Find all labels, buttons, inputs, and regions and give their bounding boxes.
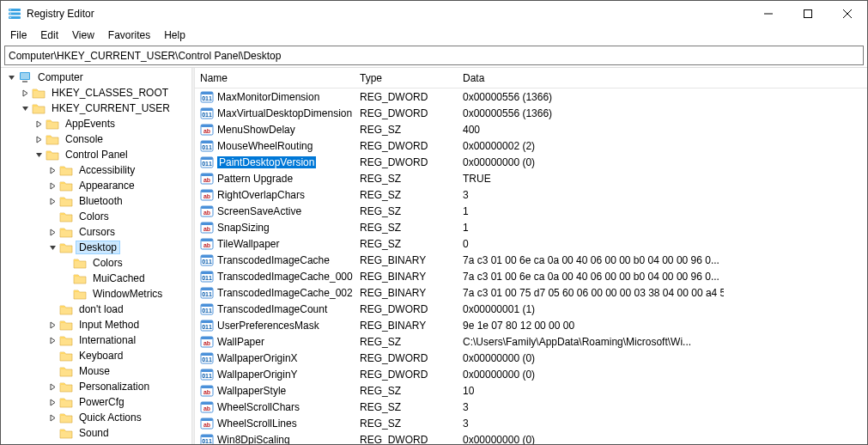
column-header-name[interactable]: Name: [195, 68, 355, 88]
tree-item[interactable]: Desktop: [1, 240, 191, 255]
svg-rect-77: [201, 435, 213, 437]
expand-icon[interactable]: [46, 414, 59, 422]
address-bar[interactable]: Computer\HKEY_CURRENT_USER\Control Panel…: [4, 46, 864, 65]
tree-item[interactable]: Colors: [1, 209, 191, 224]
expand-icon[interactable]: [46, 229, 59, 236]
value-type: REG_DWORD: [355, 434, 458, 445]
folder-icon: [59, 426, 73, 440]
maximize-button[interactable]: [788, 1, 828, 27]
value-type: REG_BINARY: [355, 254, 458, 266]
tree-item[interactable]: Environment: [1, 441, 191, 444]
tree-item[interactable]: Appearance: [1, 178, 191, 193]
collapse-icon[interactable]: [18, 105, 32, 113]
expand-icon[interactable]: [32, 120, 46, 128]
value-name: MaxMonitorDimension: [217, 91, 319, 103]
list-row[interactable]: 011UserPreferencesMaskREG_BINARY9e 1e 07…: [195, 317, 867, 333]
svg-rect-71: [201, 402, 213, 405]
value-name: TranscodedImageCache: [217, 254, 330, 266]
close-button[interactable]: [828, 1, 867, 27]
list-row[interactable]: abTileWallpaperREG_SZ0: [195, 235, 867, 252]
list-row[interactable]: 011Win8DpiScalingREG_DWORD0x00000000 (0): [195, 431, 867, 444]
list-row[interactable]: abWallPaperREG_SZC:\Users\Family\AppData…: [195, 333, 867, 350]
expand-icon[interactable]: [46, 198, 59, 205]
expand-icon[interactable]: [46, 321, 59, 329]
list-row[interactable]: abWheelScrollCharsREG_SZ3: [195, 399, 867, 415]
svg-rect-41: [201, 239, 213, 241]
svg-rect-35: [201, 206, 213, 209]
menu-view[interactable]: View: [66, 27, 100, 43]
list-row[interactable]: abWallpaperStyleREG_SZ10: [195, 382, 867, 399]
list-row[interactable]: 011WallpaperOriginYREG_DWORD0x00000000 (…: [195, 366, 867, 382]
svg-rect-56: [201, 320, 213, 323]
list-row[interactable]: abRightOverlapCharsREG_SZ3: [195, 186, 867, 203]
tree-item[interactable]: Bluetooth: [1, 193, 191, 209]
value-type: REG_SZ: [355, 385, 458, 397]
tree-view[interactable]: ComputerHKEY_CLASSES_ROOTHKEY_CURRENT_US…: [1, 68, 191, 444]
list-row[interactable]: 011TranscodedImageCache_002REG_BINARY7a …: [195, 284, 867, 301]
titlebar: Registry Editor: [1, 1, 867, 27]
expand-icon[interactable]: [46, 167, 59, 174]
list-view: Name Type Data 011MaxMonitorDimensionREG…: [195, 68, 867, 444]
collapse-icon[interactable]: [4, 74, 18, 82]
list-row[interactable]: 011TranscodedImageCache_000REG_BINARY7a …: [195, 268, 867, 284]
svg-text:011: 011: [202, 112, 212, 118]
minimize-button[interactable]: [749, 1, 788, 27]
tree-item[interactable]: HKEY_CURRENT_USER: [1, 101, 191, 116]
tree-item[interactable]: Keyboard: [1, 348, 191, 363]
collapse-icon[interactable]: [46, 244, 59, 252]
list-row[interactable]: abMenuShowDelayREG_SZ400: [195, 121, 867, 137]
tree-item[interactable]: AppEvents: [1, 116, 191, 131]
value-data: 400: [458, 124, 724, 136]
tree-item[interactable]: Personalization: [1, 379, 191, 394]
list-row[interactable]: 011MouseWheelRoutingREG_DWORD0x00000002 …: [195, 137, 867, 154]
list-row[interactable]: 011TranscodedImageCountREG_DWORD0x000000…: [195, 301, 867, 317]
tree-item[interactable]: HKEY_CLASSES_ROOT: [1, 85, 191, 101]
collapse-icon[interactable]: [32, 151, 46, 159]
svg-text:ab: ab: [203, 128, 210, 134]
list-body[interactable]: 011MaxMonitorDimensionREG_DWORD0x0000055…: [195, 88, 867, 444]
svg-rect-38: [201, 222, 213, 225]
tree-item[interactable]: International: [1, 332, 191, 348]
tree-item[interactable]: WindowMetrics: [1, 286, 191, 302]
svg-rect-20: [201, 125, 213, 127]
list-row[interactable]: 011MaxVirtualDesktopDimensionREG_DWORD0x…: [195, 105, 867, 121]
value-data: 1: [458, 205, 724, 217]
tree-item[interactable]: Computer: [1, 70, 191, 85]
tree-item[interactable]: MuiCached: [1, 271, 191, 286]
list-row[interactable]: abSnapSizingREG_SZ1: [195, 219, 867, 235]
expand-icon[interactable]: [18, 89, 32, 97]
menu-favorites[interactable]: Favorites: [102, 27, 156, 43]
list-row[interactable]: abPattern UpgradeREG_SZTRUE: [195, 170, 867, 186]
tree-item[interactable]: Mouse: [1, 363, 191, 379]
tree-item[interactable]: Cursors: [1, 224, 191, 240]
list-row[interactable]: abScreenSaveActiveREG_SZ1: [195, 203, 867, 219]
list-row[interactable]: 011TranscodedImageCacheREG_BINARY7a c3 0…: [195, 252, 867, 268]
tree-item[interactable]: Accessibility: [1, 162, 191, 178]
tree-item[interactable]: Quick Actions: [1, 410, 191, 425]
tree-item[interactable]: don't load: [1, 302, 191, 317]
binary-value-icon: 011: [200, 302, 214, 316]
expand-icon[interactable]: [32, 136, 46, 143]
tree-item[interactable]: Sound: [1, 425, 191, 441]
tree-item[interactable]: Colors: [1, 255, 191, 271]
list-row[interactable]: 011WallpaperOriginXREG_DWORD0x00000000 (…: [195, 350, 867, 366]
column-header-type[interactable]: Type: [355, 68, 458, 88]
tree-item[interactable]: Input Method: [1, 317, 191, 332]
tree-item[interactable]: PowerCfg: [1, 394, 191, 410]
list-row[interactable]: 011MaxMonitorDimensionREG_DWORD0x0000055…: [195, 88, 867, 105]
expand-icon[interactable]: [46, 337, 59, 344]
expand-icon[interactable]: [46, 399, 59, 406]
menu-edit[interactable]: Edit: [34, 27, 64, 43]
column-header-data[interactable]: Data: [458, 68, 724, 88]
list-row[interactable]: abWheelScrollLinesREG_SZ3: [195, 415, 867, 431]
value-data: 7a c3 01 00 6e ca 0a 00 40 06 00 00 b0 0…: [458, 271, 724, 283]
tree-item[interactable]: Control Panel: [1, 147, 191, 162]
menu-file[interactable]: File: [4, 27, 33, 43]
tree-item[interactable]: Console: [1, 131, 191, 147]
expand-icon[interactable]: [46, 182, 59, 190]
list-row[interactable]: 011PaintDesktopVersionREG_DWORD0x0000000…: [195, 154, 867, 170]
folder-icon: [59, 395, 73, 409]
string-value-icon: ab: [200, 204, 214, 218]
menu-help[interactable]: Help: [158, 27, 191, 43]
expand-icon[interactable]: [46, 383, 59, 391]
